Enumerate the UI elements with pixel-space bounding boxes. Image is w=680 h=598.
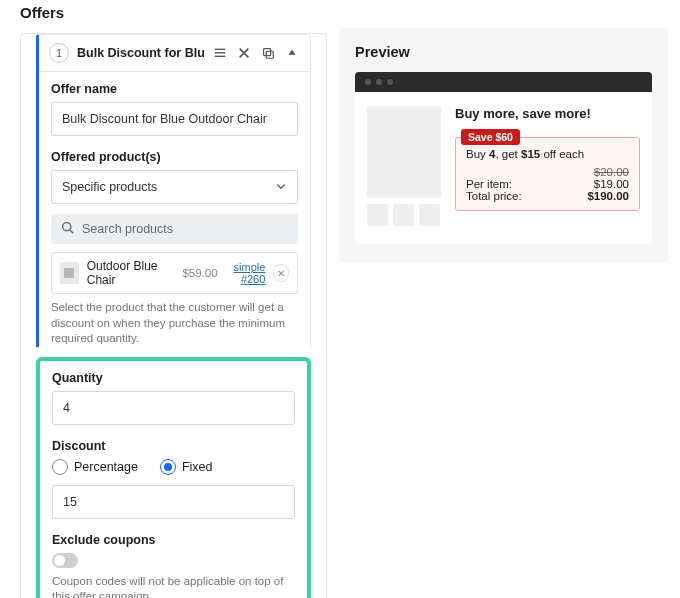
product-chip-link[interactable]: simple #260	[234, 261, 266, 285]
offer-number-badge: 1	[49, 43, 69, 63]
preview-body: Buy more, save more! Save $60 Buy 4, get…	[355, 92, 652, 244]
discount-radio-fixed[interactable]: Fixed	[160, 459, 213, 475]
svg-rect-2	[215, 56, 226, 57]
drag-handle-icon[interactable]	[212, 45, 228, 61]
highlighted-settings-region: Quantity Discount Percentage Fixed Exclu…	[36, 357, 311, 598]
preview-column: Preview Buy more, save more!	[335, 0, 680, 598]
window-dot-icon	[387, 79, 393, 85]
remove-product-icon[interactable]: ✕	[273, 264, 289, 282]
preview-total-value: $190.00	[587, 190, 629, 202]
product-chip-price: $59.00	[182, 267, 217, 279]
radio-label: Fixed	[182, 460, 213, 474]
preview-original-price: $20.00	[594, 166, 629, 178]
offer-card-header: 1 Bulk Discount for Blue O	[39, 35, 310, 72]
svg-rect-5	[264, 49, 271, 56]
close-icon[interactable]	[236, 45, 252, 61]
search-icon	[61, 221, 74, 237]
product-chip-name: Outdoor Blue Chair	[87, 259, 175, 287]
offered-products-select[interactable]: Specific products	[51, 170, 298, 204]
svg-marker-7	[289, 50, 296, 55]
offer-card-outer: 1 Bulk Discount for Blue O Offer name	[20, 33, 327, 598]
radio-label: Percentage	[74, 460, 138, 474]
preview-price-box: Buy 4, get $15 off each $20.00 Per item:…	[455, 137, 640, 211]
discount-label: Discount	[52, 439, 295, 453]
section-heading: Offers	[20, 0, 327, 21]
quantity-input[interactable]	[52, 391, 295, 425]
preview-per-item-value: $19.00	[594, 178, 629, 190]
product-search-placeholder: Search products	[82, 222, 173, 236]
preview-offer-title: Buy more, save more!	[455, 106, 640, 121]
preview-per-item-label: Per item:	[466, 178, 512, 190]
offer-name-label: Offer name	[51, 82, 298, 96]
window-dot-icon	[365, 79, 371, 85]
svg-rect-0	[215, 49, 226, 50]
save-badge: Save $60	[461, 129, 520, 145]
offers-column: Offers 1 Bulk Discount for Blue O	[0, 0, 335, 598]
offer-body: Offer name Offered product(s) Specific p…	[39, 72, 310, 347]
discount-type-radio-group: Percentage Fixed	[52, 459, 295, 475]
preview-thumb	[367, 204, 388, 226]
product-search-input[interactable]: Search products	[51, 214, 298, 244]
exclude-coupons-toggle[interactable]	[52, 553, 78, 568]
duplicate-icon[interactable]	[260, 45, 276, 61]
preview-browser-bar	[355, 72, 652, 92]
preview-buy-line: Buy 4, get $15 off each	[466, 148, 629, 160]
selected-product-chip: Outdoor Blue Chair $59.00 simple #260 ✕	[51, 252, 298, 294]
svg-rect-1	[215, 52, 226, 53]
svg-rect-6	[266, 51, 273, 58]
svg-point-8	[63, 223, 71, 231]
radio-icon	[160, 459, 176, 475]
offered-products-help: Select the product that the customer wil…	[51, 300, 298, 347]
exclude-coupons-label: Exclude coupons	[52, 533, 295, 547]
radio-icon	[52, 459, 68, 475]
preview-total-label: Total price:	[466, 190, 522, 202]
discount-radio-percentage[interactable]: Percentage	[52, 459, 138, 475]
offer-header-title: Bulk Discount for Blue O	[77, 46, 204, 60]
discount-value-input[interactable]	[52, 485, 295, 519]
offer-card: 1 Bulk Discount for Blue O Offer name	[36, 34, 311, 347]
preview-product-images	[367, 106, 441, 226]
collapse-icon[interactable]	[284, 45, 300, 61]
preview-thumb	[419, 204, 440, 226]
window-dot-icon	[376, 79, 382, 85]
svg-line-9	[70, 230, 73, 233]
preview-panel: Preview Buy more, save more!	[339, 28, 668, 262]
offered-products-label: Offered product(s)	[51, 150, 298, 164]
preview-browser-frame: Buy more, save more! Save $60 Buy 4, get…	[355, 72, 652, 244]
preview-main-image	[367, 106, 441, 198]
exclude-coupons-help: Coupon codes will not be applicable on t…	[52, 574, 295, 598]
offer-name-input[interactable]	[51, 102, 298, 136]
quantity-label: Quantity	[52, 371, 295, 385]
offered-products-select-value: Specific products	[62, 180, 157, 194]
preview-thumb	[393, 204, 414, 226]
preview-heading: Preview	[355, 44, 652, 60]
chevron-down-icon	[275, 180, 287, 195]
product-thumb	[60, 262, 79, 284]
preview-offer-block: Buy more, save more! Save $60 Buy 4, get…	[455, 106, 640, 226]
